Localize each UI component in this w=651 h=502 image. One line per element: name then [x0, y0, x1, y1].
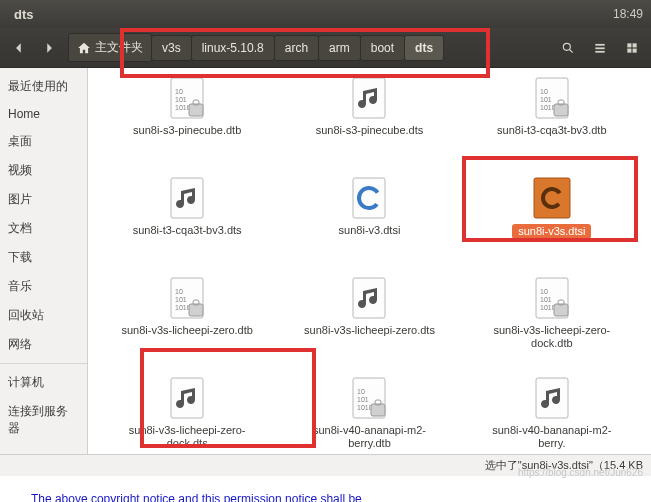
- svg-rect-18: [633, 48, 637, 52]
- csel-file-icon: [528, 174, 576, 222]
- file-name-label: sun8i-v3s-licheepi-zero.dtb: [121, 324, 252, 337]
- file-item[interactable]: sun8i-s3-pinecube.dtb: [98, 74, 276, 170]
- sidebar-item-computer[interactable]: 计算机: [0, 368, 87, 397]
- breadcrumb-home-label: 主文件夹: [95, 39, 143, 56]
- sidebar-item-network[interactable]: 网络: [0, 330, 87, 359]
- sidebar-item-videos[interactable]: 视频: [0, 156, 87, 185]
- file-grid-area[interactable]: sun8i-s3-pinecube.dtbsun8i-s3-pinecube.d…: [88, 68, 651, 454]
- file-name-label: sun8i-v40-bananapi-m2-berry.: [482, 424, 622, 449]
- sidebar-item-recent[interactable]: 最近使用的: [0, 72, 87, 101]
- file-name-label: sun8i-t3-cqa3t-bv3.dts: [133, 224, 242, 237]
- svg-rect-12: [595, 43, 604, 45]
- breadcrumb-item[interactable]: arm: [318, 35, 361, 61]
- music-file-icon: [163, 174, 211, 222]
- breadcrumb-item-current[interactable]: dts: [404, 35, 444, 61]
- file-item[interactable]: sun8i-t3-cqa3t-bv3.dtb: [463, 74, 641, 170]
- file-name-label: sun8i-t3-cqa3t-bv3.dtb: [497, 124, 606, 137]
- sidebar-item-home[interactable]: Home: [0, 101, 87, 127]
- footer-line: The above copyright notice and this perm…: [24, 492, 361, 502]
- file-item[interactable]: sun8i-v3s-licheepi-zero-dock.dts: [98, 374, 276, 454]
- forward-button[interactable]: [36, 35, 62, 61]
- sidebar-item-documents[interactable]: 文档: [0, 214, 87, 243]
- music-file-icon: [345, 274, 393, 322]
- breadcrumb-item[interactable]: arch: [274, 35, 319, 61]
- svg-rect-14: [595, 50, 604, 52]
- file-name-label: sun8i-v3s-licheepi-zero-dock.dtb: [482, 324, 622, 349]
- bin-file-icon: [528, 74, 576, 122]
- file-name-label: sun8i-v3s-licheepi-zero.dts: [304, 324, 435, 337]
- file-name-label: sun8i-v40-ananapi-m2-berry.dtb: [299, 424, 439, 449]
- sidebar-item-trash[interactable]: 回收站: [0, 301, 87, 330]
- home-icon: [77, 41, 91, 55]
- bin-file-icon: [345, 374, 393, 422]
- breadcrumb-item[interactable]: boot: [360, 35, 405, 61]
- window-title: dts: [14, 7, 34, 22]
- sidebar-item-downloads[interactable]: 下载: [0, 243, 87, 272]
- file-item[interactable]: sun8i-v3.dtsi: [280, 174, 458, 270]
- file-name-label: sun8i-v3s.dtsi: [512, 224, 591, 239]
- bin-file-icon: [163, 74, 211, 122]
- back-button[interactable]: [6, 35, 32, 61]
- file-item[interactable]: sun8i-v40-bananapi-m2-berry.: [463, 374, 641, 454]
- svg-rect-13: [595, 47, 604, 49]
- sidebar-item-desktop[interactable]: 桌面: [0, 127, 87, 156]
- file-name-label: sun8i-s3-pinecube.dts: [316, 124, 424, 137]
- view-grid-button[interactable]: [619, 35, 645, 61]
- breadcrumb-home[interactable]: 主文件夹: [68, 33, 152, 62]
- sidebar-item-pictures[interactable]: 图片: [0, 185, 87, 214]
- svg-point-11: [563, 43, 570, 50]
- breadcrumb-item[interactable]: v3s: [151, 35, 192, 61]
- svg-rect-17: [627, 48, 631, 52]
- file-item[interactable]: sun8i-s3-pinecube.dts: [280, 74, 458, 170]
- bin-file-icon: [163, 274, 211, 322]
- sidebar: 最近使用的 Home 桌面 视频 图片 文档 下载 音乐 回收站 网络 计算机 …: [0, 68, 88, 454]
- search-button[interactable]: [555, 35, 581, 61]
- file-item[interactable]: sun8i-v3s.dtsi: [463, 174, 641, 270]
- c-file-icon: [345, 174, 393, 222]
- svg-rect-16: [633, 43, 637, 47]
- music-file-icon: [345, 74, 393, 122]
- statusbar: 选中了"sun8i-v3s.dtsi"（15.4 KB: [0, 454, 651, 476]
- file-name-label: sun8i-v3.dtsi: [339, 224, 401, 237]
- sidebar-item-music[interactable]: 音乐: [0, 272, 87, 301]
- breadcrumb-item[interactable]: linux-5.10.8: [191, 35, 275, 61]
- file-item[interactable]: sun8i-v40-ananapi-m2-berry.dtb: [280, 374, 458, 454]
- sidebar-item-connect-server[interactable]: 连接到服务器: [0, 397, 87, 443]
- file-item[interactable]: sun8i-v3s-licheepi-zero.dtb: [98, 274, 276, 370]
- toolbar: 主文件夹 v3s linux-5.10.8 arch arm boot dts: [0, 28, 651, 68]
- file-item[interactable]: sun8i-v3s-licheepi-zero.dts: [280, 274, 458, 370]
- sidebar-separator: [0, 363, 87, 364]
- file-name-label: sun8i-v3s-licheepi-zero-dock.dts: [117, 424, 257, 449]
- music-file-icon: [528, 374, 576, 422]
- file-item[interactable]: sun8i-t3-cqa3t-bv3.dts: [98, 174, 276, 270]
- terminal-snippet: The above copyright notice and this perm…: [0, 476, 651, 502]
- clock-time: 18:49: [613, 7, 643, 21]
- breadcrumb: 主文件夹 v3s linux-5.10.8 arch arm boot dts: [68, 33, 443, 62]
- window-titlebar: dts 18:49: [0, 0, 651, 28]
- file-name-label: sun8i-s3-pinecube.dtb: [133, 124, 241, 137]
- status-text: 选中了"sun8i-v3s.dtsi"（15.4 KB: [485, 458, 643, 473]
- file-item[interactable]: sun8i-v3s-licheepi-zero-dock.dtb: [463, 274, 641, 370]
- view-list-button[interactable]: [587, 35, 613, 61]
- bin-file-icon: [528, 274, 576, 322]
- music-file-icon: [163, 374, 211, 422]
- svg-rect-15: [627, 43, 631, 47]
